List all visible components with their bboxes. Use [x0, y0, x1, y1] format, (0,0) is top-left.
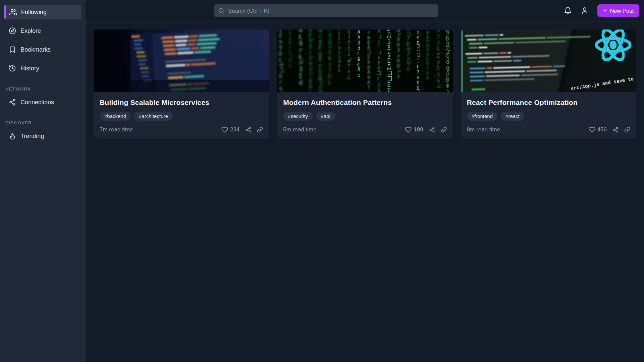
- tag-list: #backend #architecture: [100, 112, 263, 121]
- post-image-code-editor: [94, 29, 269, 92]
- tag-security[interactable]: #security: [283, 112, 313, 121]
- card-actions: 189: [405, 126, 446, 133]
- card-footer: 7m read time 234: [100, 126, 263, 133]
- share-icon[interactable]: [245, 127, 251, 133]
- sidebar-item-label: Bookmarks: [20, 46, 51, 53]
- search-box[interactable]: [214, 4, 438, 17]
- post-image-matrix: ŁÉm9ÐŁザコbrqÉ8xΦrxコ9qÅŁ9rŁド3ΣdΦÉザ8rド0ド7AÅ…: [277, 29, 452, 92]
- card-actions: 234: [221, 126, 263, 133]
- read-time: 7m read time: [100, 126, 133, 133]
- post-title[interactable]: Building Scalable Microservices: [100, 99, 263, 107]
- sidebar-item-bookmarks[interactable]: Bookmarks: [4, 42, 82, 57]
- tag-frontend[interactable]: #frontend: [467, 112, 497, 121]
- sidebar: Following Explore Bookmarks History NETW…: [0, 0, 86, 362]
- link-icon[interactable]: [441, 127, 447, 133]
- profile-button[interactable]: [581, 7, 589, 15]
- plus-icon: +: [603, 7, 607, 14]
- post-card-authentication[interactable]: ŁÉm9ÐŁザコbrqÉ8xΦrxコ9qÅŁ9rŁド3ΣdΦÉザ8rド0ド7AÅ…: [277, 29, 452, 138]
- like-button[interactable]: 189: [405, 126, 423, 133]
- heart-icon: [589, 126, 595, 133]
- sidebar-item-trending[interactable]: Trending: [4, 129, 82, 143]
- sidebar-item-connections[interactable]: Connections: [4, 95, 82, 110]
- sidebar-item-label: Explore: [20, 27, 41, 35]
- network-icon: [9, 99, 16, 106]
- sidebar-item-label: Trending: [20, 133, 44, 140]
- topbar: + New Post: [0, 0, 644, 21]
- read-time: 5m read time: [283, 126, 316, 133]
- share-icon[interactable]: [429, 127, 435, 133]
- post-title[interactable]: React Performance Optimization: [467, 99, 630, 107]
- heart-icon: [221, 126, 228, 133]
- card-actions: 456: [589, 126, 630, 133]
- post-image-react: src/App.js and save to rel: [461, 29, 636, 92]
- card-grid: Building Scalable Microservices #backend…: [94, 29, 636, 138]
- topbar-actions: + New Post: [564, 4, 639, 17]
- react-logo-icon: [594, 29, 633, 64]
- sidebar-section-discover: DISCOVER: [5, 120, 82, 125]
- tag-list: #frontend #react: [467, 112, 630, 121]
- sidebar-item-label: History: [20, 65, 39, 72]
- tag-architecture[interactable]: #architecture: [134, 112, 173, 121]
- new-post-label: New Post: [610, 8, 634, 14]
- heart-icon: [405, 126, 412, 133]
- like-count: 456: [597, 126, 607, 133]
- bell-icon: [564, 7, 572, 15]
- read-time: 8m read time: [467, 126, 500, 133]
- history-icon: [9, 65, 16, 72]
- card-footer: 5m read time 189: [283, 126, 446, 133]
- flame-icon: [9, 132, 16, 140]
- feed: Building Scalable Microservices #backend…: [86, 21, 644, 362]
- sidebar-item-explore[interactable]: Explore: [4, 23, 82, 38]
- card-footer: 8m read time 456: [467, 126, 630, 133]
- sidebar-item-history[interactable]: History: [4, 61, 82, 76]
- notifications-button[interactable]: [564, 7, 572, 15]
- tag-backend[interactable]: #backend: [100, 112, 131, 121]
- tag-list: #security #api: [283, 112, 446, 121]
- search-icon: [218, 8, 224, 14]
- sidebar-section-network: NETWORK: [5, 86, 82, 92]
- tag-api[interactable]: #api: [316, 112, 335, 121]
- post-card-react[interactable]: src/App.js and save to rel React Perform…: [461, 29, 636, 138]
- post-title[interactable]: Modern Authentication Patterns: [283, 99, 446, 107]
- compass-icon: [9, 27, 16, 35]
- new-post-button[interactable]: + New Post: [597, 4, 639, 17]
- user-icon: [581, 7, 589, 15]
- users-icon: [9, 8, 17, 16]
- like-count: 189: [414, 126, 423, 133]
- bookmark-icon: [9, 46, 16, 53]
- link-icon[interactable]: [624, 127, 630, 133]
- tag-react[interactable]: #react: [501, 112, 524, 121]
- like-count: 234: [230, 126, 239, 133]
- sidebar-item-label: Following: [21, 9, 47, 16]
- search-input[interactable]: [228, 8, 434, 14]
- share-icon[interactable]: [612, 127, 619, 133]
- like-button[interactable]: 234: [221, 126, 239, 133]
- link-icon[interactable]: [257, 127, 263, 133]
- sidebar-item-label: Connections: [20, 99, 54, 106]
- like-button[interactable]: 456: [589, 126, 607, 133]
- post-card-microservices[interactable]: Building Scalable Microservices #backend…: [94, 29, 269, 138]
- sidebar-item-following[interactable]: Following: [4, 5, 82, 19]
